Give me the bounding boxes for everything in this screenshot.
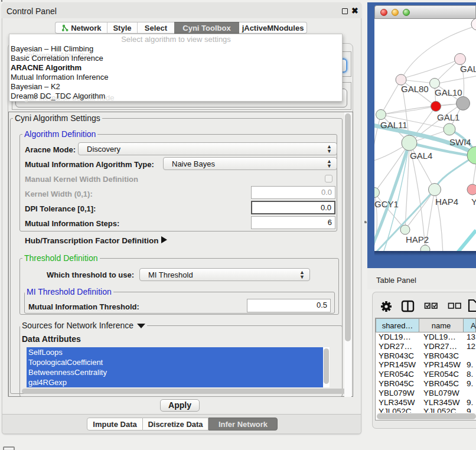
svg-text:HAP4: HAP4 [435, 197, 458, 207]
svg-text:GAL2: GAL2 [460, 64, 476, 74]
svg-text:GAL80: GAL80 [401, 84, 429, 94]
svg-text:HAP2: HAP2 [406, 234, 429, 244]
svg-text:SWI4: SWI4 [449, 137, 471, 147]
svg-text:GAL1: GAL1 [437, 112, 459, 122]
svg-text:YM: YM [471, 197, 476, 207]
svg-text:GAL11: GAL11 [380, 120, 407, 130]
svg-text:GAL10: GAL10 [435, 87, 462, 97]
svg-text:GAL4: GAL4 [410, 151, 432, 161]
svg-text:GCY1: GCY1 [374, 199, 399, 209]
